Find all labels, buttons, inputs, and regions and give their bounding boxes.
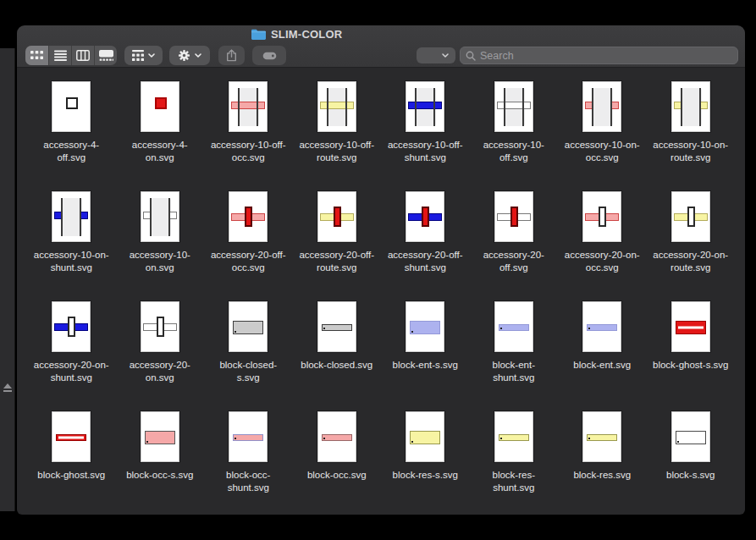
file-name: block-res.svg bbox=[573, 469, 631, 482]
file-name: block-occ.svg bbox=[307, 469, 367, 482]
file-item[interactable]: accessory-10-off-route.svg bbox=[293, 81, 382, 191]
file-item[interactable]: accessory-10-off.svg bbox=[470, 81, 559, 191]
file-thumbnail bbox=[406, 411, 444, 462]
file-name: accessory-10-off.svg bbox=[476, 139, 552, 163]
file-item[interactable]: accessory-20-off-occ.svg bbox=[204, 191, 293, 301]
file-thumbnail bbox=[582, 301, 621, 352]
file-thumbnail bbox=[141, 81, 179, 132]
eject-icon[interactable] bbox=[3, 383, 12, 392]
column-view-icon bbox=[76, 50, 90, 61]
file-item[interactable]: accessory-20-on.svg bbox=[116, 301, 205, 411]
file-item[interactable]: accessory-20-off-shunt.svg bbox=[381, 191, 470, 301]
file-item[interactable]: block-s.svg bbox=[647, 411, 736, 515]
group-by-icon bbox=[132, 50, 144, 61]
file-item[interactable]: accessory-4-on.svg bbox=[116, 81, 205, 191]
file-item[interactable]: block-closed.svg bbox=[293, 301, 382, 411]
file-name: block-ghost-s.svg bbox=[653, 359, 728, 372]
file-thumbnail bbox=[494, 301, 533, 352]
column-view-button[interactable] bbox=[71, 46, 94, 65]
file-item[interactable]: block-res-shunt.svg bbox=[470, 411, 559, 515]
file-item[interactable]: accessory-20-off.svg bbox=[470, 191, 559, 301]
file-thumbnail bbox=[317, 411, 356, 462]
window-chrome: SLIM-COLOR bbox=[17, 25, 745, 68]
file-name: block-ghost.svg bbox=[37, 469, 105, 482]
file-name: accessory-4-off.svg bbox=[33, 139, 109, 163]
search-field[interactable] bbox=[460, 47, 738, 64]
file-thumbnail bbox=[582, 411, 621, 462]
title-bar: SLIM-COLOR bbox=[17, 25, 745, 44]
action-menu-button[interactable] bbox=[169, 46, 210, 65]
file-item[interactable]: accessory-10-off-shunt.svg bbox=[381, 81, 470, 191]
file-item[interactable]: accessory-20-on-shunt.svg bbox=[27, 301, 116, 411]
file-thumbnail bbox=[317, 81, 356, 132]
file-item[interactable]: accessory-10-on.svg bbox=[116, 191, 205, 301]
share-button[interactable] bbox=[218, 46, 245, 65]
file-item[interactable]: block-occ.svg bbox=[293, 411, 382, 515]
toolbar bbox=[17, 44, 745, 68]
window-title: SLIM-COLOR bbox=[271, 28, 342, 41]
file-name: block-s.svg bbox=[666, 469, 715, 482]
file-item[interactable]: accessory-20-off-route.svg bbox=[293, 191, 382, 301]
file-name: accessory-20-off.svg bbox=[476, 249, 552, 273]
tag-icon bbox=[262, 52, 277, 60]
file-item[interactable]: accessory-10-on-occ.svg bbox=[558, 81, 647, 191]
chevron-down-icon bbox=[148, 53, 155, 58]
file-item[interactable]: block-ent-shunt.svg bbox=[470, 301, 559, 411]
list-view-button[interactable] bbox=[48, 46, 71, 65]
folder-icon bbox=[251, 29, 266, 40]
file-thumbnail bbox=[229, 81, 268, 132]
icon-view-button[interactable] bbox=[25, 46, 48, 65]
search-input[interactable] bbox=[480, 50, 732, 62]
search-scope-dropdown[interactable] bbox=[417, 47, 455, 63]
file-thumbnail bbox=[229, 191, 268, 242]
file-name: block-occ-s.svg bbox=[126, 469, 193, 482]
file-name: block-ent-s.svg bbox=[393, 359, 458, 372]
file-item[interactable]: accessory-10-off-occ.svg bbox=[204, 81, 293, 191]
file-item[interactable]: accessory-20-on-route.svg bbox=[647, 191, 736, 301]
group-by-button[interactable] bbox=[124, 46, 163, 65]
file-item[interactable]: accessory-20-on-occ.svg bbox=[558, 191, 647, 301]
background-window-strip bbox=[0, 48, 15, 511]
file-thumbnail bbox=[582, 81, 621, 132]
file-thumbnail bbox=[494, 81, 533, 132]
file-thumbnail bbox=[52, 411, 91, 462]
file-name: block-closed-s.svg bbox=[210, 359, 286, 383]
gallery-view-button[interactable] bbox=[94, 46, 117, 65]
file-thumbnail bbox=[229, 301, 268, 352]
file-name: block-res-s.svg bbox=[393, 469, 458, 482]
file-item[interactable]: block-ghost-s.svg bbox=[647, 301, 736, 411]
file-item[interactable]: accessory-10-on-route.svg bbox=[647, 81, 736, 191]
file-name: accessory-4-on.svg bbox=[122, 139, 198, 163]
file-name: accessory-10-on-occ.svg bbox=[564, 139, 640, 163]
file-name: accessory-20-on-occ.svg bbox=[564, 249, 640, 273]
eject-triangle bbox=[3, 383, 12, 388]
file-name: block-occ-shunt.svg bbox=[210, 469, 286, 493]
file-item[interactable]: block-res-s.svg bbox=[381, 411, 470, 515]
window-title-proxy[interactable]: SLIM-COLOR bbox=[251, 28, 342, 41]
file-item[interactable]: block-closed-s.svg bbox=[204, 301, 293, 411]
file-name: accessory-20-on-route.svg bbox=[653, 249, 729, 273]
grid-view-icon bbox=[30, 50, 43, 61]
file-item[interactable]: block-ent-s.svg bbox=[381, 301, 470, 411]
file-thumbnail bbox=[141, 411, 179, 462]
file-thumbnail bbox=[52, 191, 91, 242]
chevron-down-icon bbox=[195, 53, 201, 58]
file-item[interactable]: accessory-10-on-shunt.svg bbox=[27, 191, 116, 301]
file-item[interactable]: block-ghost.svg bbox=[27, 411, 116, 515]
file-item[interactable]: block-res.svg bbox=[558, 411, 647, 515]
file-item[interactable]: accessory-4-off.svg bbox=[27, 81, 116, 191]
file-thumbnail bbox=[406, 81, 444, 132]
file-name: accessory-10-off-shunt.svg bbox=[387, 139, 463, 163]
file-thumbnail bbox=[494, 191, 533, 242]
file-item[interactable]: block-occ-shunt.svg bbox=[204, 411, 293, 515]
file-name: accessory-10-off-occ.svg bbox=[210, 139, 286, 163]
file-name: block-res-shunt.svg bbox=[476, 469, 552, 493]
file-name: accessory-20-on-shunt.svg bbox=[33, 359, 109, 383]
file-name: accessory-10-off-route.svg bbox=[299, 139, 375, 163]
file-name: accessory-20-off-route.svg bbox=[299, 249, 375, 273]
file-item[interactable]: block-occ-s.svg bbox=[116, 411, 205, 515]
file-thumbnail bbox=[317, 301, 356, 352]
tag-button[interactable] bbox=[252, 46, 286, 65]
file-item[interactable]: block-ent.svg bbox=[558, 301, 647, 411]
chevron-down-icon bbox=[442, 53, 449, 58]
